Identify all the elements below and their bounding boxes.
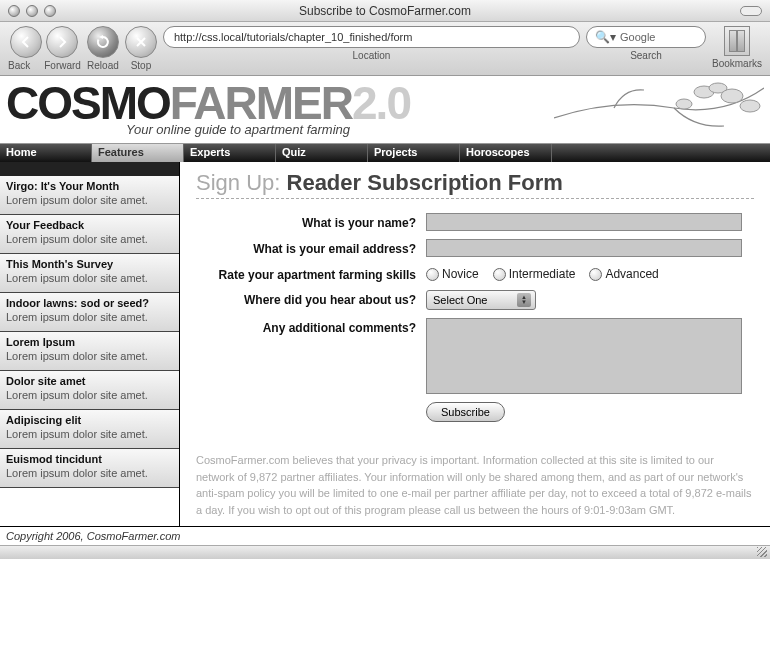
browser-toolbar: Back Forward Reload Stop http://css.loca…	[0, 22, 770, 76]
sidebar-item[interactable]: Lorem IpsumLorem ipsum dolor site amet.	[0, 332, 179, 371]
skill-option-novice[interactable]: Novice	[426, 267, 479, 281]
site-footer: Copyright 2006, CosmoFarmer.com	[0, 526, 770, 545]
url-input[interactable]: http://css.local/tutorials/chapter_10_fi…	[163, 26, 580, 48]
form-row-name: What is your name?	[196, 213, 754, 231]
sidebar-item-body: Lorem ipsum dolor site amet.	[6, 311, 173, 323]
sidebar-item-body: Lorem ipsum dolor site amet.	[6, 233, 173, 245]
flower-decoration	[554, 78, 764, 142]
reload-icon	[95, 34, 111, 50]
main-layout: Virgo: It's Your MonthLorem ipsum dolor …	[0, 162, 770, 526]
toolbar-toggle-button[interactable]	[740, 6, 762, 16]
name-label: What is your name?	[196, 213, 426, 230]
sidebar-item-body: Lorem ipsum dolor site amet.	[6, 428, 173, 440]
page-title-main: Reader Subscription Form	[287, 170, 563, 195]
sidebar-item-title: Your Feedback	[6, 219, 173, 231]
sidebar-item-body: Lorem ipsum dolor site amet.	[6, 389, 173, 401]
reload-label: Reload	[87, 60, 119, 71]
email-input[interactable]	[426, 239, 742, 257]
nav-features[interactable]: Features	[92, 144, 184, 162]
forward-label: Forward	[44, 60, 81, 71]
name-input[interactable]	[426, 213, 742, 231]
svg-point-4	[676, 99, 692, 109]
sidebar-item-title: Euismod tincidunt	[6, 453, 173, 465]
sidebar-item-title: Dolor site amet	[6, 375, 173, 387]
page-body: COSMOFARMER2.0 Your online guide to apar…	[0, 76, 770, 545]
nav-quiz[interactable]: Quiz	[276, 144, 368, 162]
sidebar-item-body: Lorem ipsum dolor site amet.	[6, 350, 173, 362]
sidebar: Virgo: It's Your MonthLorem ipsum dolor …	[0, 162, 180, 526]
main-nav: Home Features Experts Quiz Projects Horo…	[0, 144, 770, 162]
stop-label: Stop	[131, 60, 152, 71]
privacy-fineprint: CosmoFarmer.com believes that your priva…	[196, 452, 754, 518]
window-resize-bar[interactable]	[0, 545, 770, 559]
bookmarks-label: Bookmarks	[712, 58, 762, 69]
arrow-left-icon	[18, 34, 34, 50]
source-select[interactable]: Select One ▲▼	[426, 290, 536, 310]
comments-label: Any additional comments?	[196, 318, 426, 335]
page-title-prefix: Sign Up:	[196, 170, 280, 195]
arrow-right-icon	[54, 34, 70, 50]
nav-projects[interactable]: Projects	[368, 144, 460, 162]
sidebar-item-title: Virgo: It's Your Month	[6, 180, 173, 192]
svg-point-3	[740, 100, 760, 112]
sidebar-item[interactable]: Adipiscing elitLorem ipsum dolor site am…	[0, 410, 179, 449]
sidebar-item-title: This Month's Survey	[6, 258, 173, 270]
form-row-comments: Any additional comments?	[196, 318, 754, 394]
nav-filler	[552, 144, 770, 162]
form-row-submit: Subscribe	[196, 402, 754, 422]
search-label: Search	[630, 50, 662, 61]
logo-part-version: 2.0	[352, 77, 410, 129]
form-row-skill: Rate your apartment farming skills Novic…	[196, 265, 754, 282]
nav-home[interactable]: Home	[0, 144, 92, 162]
radio-icon	[493, 268, 506, 281]
location-label: Location	[353, 50, 391, 61]
skill-option-intermediate[interactable]: Intermediate	[493, 267, 576, 281]
sidebar-item-title: Indoor lawns: sod or seed?	[6, 297, 173, 309]
page-title: Sign Up: Reader Subscription Form	[196, 170, 754, 199]
subscribe-button[interactable]: Subscribe	[426, 402, 505, 422]
email-label: What is your email address?	[196, 239, 426, 256]
url-value: http://css.local/tutorials/chapter_10_fi…	[174, 31, 412, 43]
search-input[interactable]: 🔍▾ Google	[586, 26, 706, 48]
window-title: Subscribe to CosmoFarmer.com	[0, 4, 770, 18]
content-area: Sign Up: Reader Subscription Form What i…	[180, 162, 770, 526]
sidebar-item[interactable]: This Month's SurveyLorem ipsum dolor sit…	[0, 254, 179, 293]
sidebar-header-strip	[0, 162, 179, 176]
sidebar-item-body: Lorem ipsum dolor site amet.	[6, 194, 173, 206]
skill-option-advanced[interactable]: Advanced	[589, 267, 658, 281]
svg-point-2	[721, 89, 743, 103]
back-button[interactable]	[10, 26, 42, 58]
sidebar-item-title: Adipiscing elit	[6, 414, 173, 426]
sidebar-item[interactable]: Indoor lawns: sod or seed?Lorem ipsum do…	[0, 293, 179, 332]
back-label: Back	[8, 60, 30, 71]
comments-textarea[interactable]	[426, 318, 742, 394]
sidebar-item-title: Lorem Ipsum	[6, 336, 173, 348]
sidebar-item[interactable]: Euismod tinciduntLorem ipsum dolor site …	[0, 449, 179, 488]
bookmarks-button[interactable]	[724, 26, 750, 56]
select-arrows-icon: ▲▼	[517, 293, 531, 307]
stop-icon	[133, 34, 149, 50]
form-row-email: What is your email address?	[196, 239, 754, 257]
sidebar-item-body: Lorem ipsum dolor site amet.	[6, 467, 173, 479]
form-row-source: Where did you hear about us? Select One …	[196, 290, 754, 310]
sidebar-item[interactable]: Dolor site ametLorem ipsum dolor site am…	[0, 371, 179, 410]
skill-label: Rate your apartment farming skills	[196, 265, 426, 282]
site-banner: COSMOFARMER2.0 Your online guide to apar…	[0, 76, 770, 144]
nav-horoscopes[interactable]: Horoscopes	[460, 144, 552, 162]
reload-button[interactable]	[87, 26, 119, 58]
sidebar-item[interactable]: Your FeedbackLorem ipsum dolor site amet…	[0, 215, 179, 254]
sidebar-item-body: Lorem ipsum dolor site amet.	[6, 272, 173, 284]
source-label: Where did you hear about us?	[196, 290, 426, 307]
radio-icon	[589, 268, 602, 281]
search-provider-icon: 🔍▾	[595, 30, 616, 44]
forward-button[interactable]	[46, 26, 78, 58]
search-placeholder: Google	[620, 31, 655, 43]
source-select-value: Select One	[433, 294, 487, 306]
window-titlebar: Subscribe to CosmoFarmer.com	[0, 0, 770, 22]
nav-experts[interactable]: Experts	[184, 144, 276, 162]
radio-icon	[426, 268, 439, 281]
stop-button[interactable]	[125, 26, 157, 58]
sidebar-item[interactable]: Virgo: It's Your MonthLorem ipsum dolor …	[0, 176, 179, 215]
